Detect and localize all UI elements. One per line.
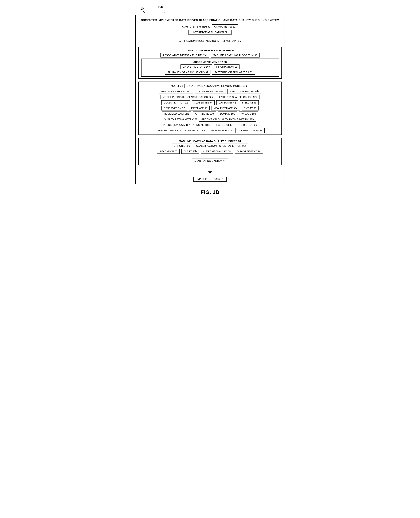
connector-line-4 bbox=[210, 135, 210, 137]
correctness-box: CORRECTNESS 93 bbox=[237, 128, 265, 133]
input-data-row: INPUT 15 DATA 16 bbox=[193, 177, 226, 182]
attribute-box: ATTRIBUTE 100 bbox=[193, 111, 216, 116]
data-structure-row: DATA STRUCTURE 16k INFORMATION 18 bbox=[144, 64, 276, 69]
connector-line-3 bbox=[210, 79, 210, 81]
strength-box: STRENGTH 108a bbox=[183, 128, 207, 133]
instance-box: INSTANCE 98 bbox=[189, 106, 210, 110]
computers-box: COMPUTER(S) 62 bbox=[212, 24, 238, 29]
class-potential-error-box: CLASSIFICATION POTENTIAL ERROR 56b bbox=[194, 144, 248, 148]
domain-box: DOMAIN 102 bbox=[218, 111, 237, 116]
values-box: VALUES 104 bbox=[239, 111, 258, 116]
ml-data-quality-title: MACHINE LEARNING DATA QUILITY CHECKER 54 bbox=[141, 140, 279, 143]
classification-row: CLASSIFICATION 92 CLASSIFIER 94 CATEGORY… bbox=[141, 100, 279, 105]
observation-box: OBSERVATION 97 bbox=[161, 106, 187, 110]
fig-label: FIG. 1B bbox=[201, 189, 219, 195]
errors-box: ERROR(S) 56 bbox=[172, 144, 192, 148]
errors-row: ERROR(S) 56 CLASSIFICATION POTENTIAL ERR… bbox=[141, 144, 279, 148]
assoc-memory-engine-box: ASSOCIATIVE MEMORY ENGINE 24a bbox=[160, 53, 209, 57]
entered-classification-box: ENTERED CLASSIFICATION 92b bbox=[217, 95, 260, 99]
connector-line-1 bbox=[210, 36, 210, 38]
computer-system-section: COMPUTER SYSTEM 60 COMPUTER(S) 62 INTERF… bbox=[138, 24, 282, 43]
fields-box: FIELD(S) 36 bbox=[240, 100, 259, 105]
predictive-model-box: PREDICTIVE MODEL 34b bbox=[159, 89, 193, 94]
quality-rating-label: QUALITY RATING METRIC 38 bbox=[164, 118, 197, 121]
assoc-memory-software-title: ASSOCIATIVE MEMORY SOFTWARE 24 bbox=[141, 49, 279, 52]
measurements-label: MEASUREMENTS 108 bbox=[155, 129, 181, 132]
indication-row: INDICATION 57 ALERT 58b ALERT MECHANISM … bbox=[141, 149, 279, 154]
input-cell: INPUT 15 bbox=[194, 177, 211, 181]
prediction-box: PREDICTION 20 bbox=[236, 123, 259, 127]
execution-phase-box: EXECUTION PHASE 88b bbox=[227, 89, 261, 94]
arrow-down bbox=[138, 167, 282, 174]
label-10: 10 bbox=[141, 7, 144, 10]
training-phase-box: TRAINING PHASE 88a bbox=[195, 89, 226, 94]
model-section-box: MODEL 34 DATA DRIVEN ASSOCIATIVE MEMORY … bbox=[138, 82, 282, 135]
interface-app-box: INTERFACE APPLICATION 22 bbox=[188, 30, 232, 34]
model-label: MODEL 34 bbox=[171, 85, 183, 87]
data-driven-model-box: DATA DRIVEN ASSOCIATIVE MEMORY MODEL 34a bbox=[185, 84, 249, 88]
received-data-box: RECEIVED DATA 16a bbox=[162, 111, 191, 116]
cs-top-row: COMPUTER SYSTEM 60 COMPUTER(S) 62 bbox=[138, 24, 282, 29]
api-box: APPLICATION PROGRAMMING INTERFACE (API) … bbox=[175, 39, 245, 43]
bottom-section: INPUT 15 DATA 16 bbox=[138, 177, 282, 182]
model-predicted-row: MODEL PREDICTED CLASSIFICATION 92a ENTER… bbox=[141, 95, 279, 99]
connector-line-2 bbox=[210, 45, 210, 47]
main-title: COMPUTER IMPLEMENTED DATA DRIVEN CLASSIF… bbox=[138, 18, 282, 22]
patterns-sim-box: PATTERNS OF SIMILARITIES 33 bbox=[212, 70, 255, 75]
model-predicted-box: MODEL PREDICTED CLASSIFICATION 92a bbox=[160, 95, 215, 99]
ml-data-quality-box: MACHINE LEARNING DATA QUILITY CHECKER 54… bbox=[138, 138, 282, 165]
classification-box: CLASSIFICATION 92 bbox=[161, 100, 190, 105]
new-instance-box: NEW INSTANCE 98a bbox=[211, 106, 240, 110]
predictive-model-row: PREDICTIVE MODEL 34b TRAINING PHASE 88a … bbox=[141, 89, 279, 94]
received-data-row: RECEIVED DATA 16a ATTRIBUTE 100 DOMAIN 1… bbox=[141, 111, 279, 116]
quality-rating-row: QUALITY RATING METRIC 38 PREDICTION QUAL… bbox=[141, 117, 279, 122]
connector-line-5 bbox=[210, 155, 210, 157]
disagreement-box: DISAGREEMENT 96 bbox=[235, 149, 263, 154]
pred-threshold-row: PREDICTION QUALITY RATING METRIC THRESHO… bbox=[141, 123, 279, 127]
prediction-quality-box: PREDICTION QUALITY RATING METRIC 38b bbox=[199, 117, 256, 122]
alert-box: ALERT 58b bbox=[181, 149, 199, 154]
arrow-shaft bbox=[210, 167, 210, 171]
plurality-assoc-box: PLURALITY OF ASSOCIATIONS 32 bbox=[165, 70, 210, 75]
assoc-engine-row: ASSOCIATIVE MEMORY ENGINE 24a MACHINE LE… bbox=[141, 53, 279, 57]
information-box: INFORMATION 18 bbox=[214, 64, 240, 69]
assoc-memory-title: ASSOCIATIVE MEMORY 28 bbox=[144, 61, 276, 63]
measurements-row: MEASUREMENTS 108 STRENGTH 108a ASSURANCE… bbox=[141, 128, 279, 133]
model-top-row: MODEL 34 DATA DRIVEN ASSOCIATIVE MEMORY … bbox=[141, 84, 279, 88]
star-rating-row: STAR RATING SYSTEM 44 bbox=[141, 159, 279, 163]
plurality-row: PLURALITY OF ASSOCIATIONS 32 PATTERNS OF… bbox=[144, 70, 276, 75]
assoc-memory-software-box: ASSOCIATIVE MEMORY SOFTWARE 24 ASSOCIATI… bbox=[138, 47, 282, 79]
assurance-box: ASSURANCE 108b bbox=[209, 128, 235, 133]
computer-system-label: COMPUTER SYSTEM 60 bbox=[182, 25, 210, 28]
main-diagram-box: COMPUTER IMPLEMENTED DATA DRIVEN CLASSIF… bbox=[135, 15, 285, 184]
data-structure-box: DATA STRUCTURE 16k bbox=[180, 64, 212, 69]
assoc-memory-inner-box: ASSOCIATIVE MEMORY 28 DATA STRUCTURE 16k… bbox=[141, 59, 279, 77]
data-cell: DATA 16 bbox=[211, 177, 226, 181]
label-10b: 10b bbox=[158, 5, 163, 9]
page-wrapper: 10 ↘ 10b ↙ COMPUTER IMPLEMENTED DATA DRI… bbox=[135, 5, 285, 195]
top-labels: 10 ↘ 10b ↙ bbox=[135, 5, 285, 14]
star-rating-box: STAR RATING SYSTEM 44 bbox=[192, 159, 228, 163]
entity-box: ENTITY 99 bbox=[242, 106, 259, 110]
indication-box: INDICATION 57 bbox=[157, 149, 180, 154]
arrow-head bbox=[208, 171, 212, 174]
observation-row: OBSERVATION 97 INSTANCE 98 NEW INSTANCE … bbox=[141, 106, 279, 110]
pred-quality-threshold-box: PREDICTION QUALITY RATING METRIC THRESHO… bbox=[161, 123, 234, 127]
classifier-box: CLASSIFIER 94 bbox=[192, 100, 215, 105]
category-box: CATEGORY 42 bbox=[216, 100, 238, 105]
machine-learning-algo-box: MACHINE LEARNING ALGORITHM 30 bbox=[211, 53, 260, 57]
alert-mechanism-box: ALERT MECHANISM 59 bbox=[201, 149, 233, 154]
